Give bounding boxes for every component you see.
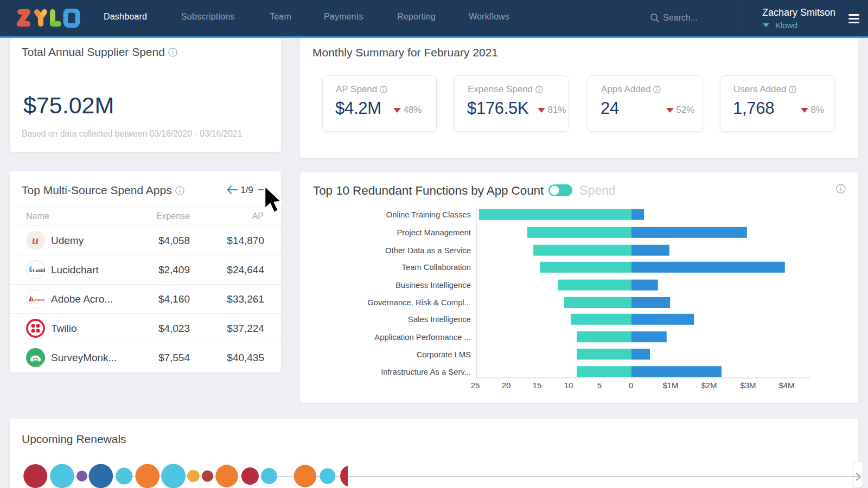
svg-text:Governance, Risk & Compl...: Governance, Risk & Compl... — [367, 298, 471, 307]
svg-text:Infrastructure As a Serv...: Infrastructure As a Serv... — [381, 368, 471, 376]
svg-text:$3M: $3M — [740, 381, 756, 390]
svg-text:Team Collaboration: Team Collaboration — [402, 263, 471, 272]
svg-text:Project Management: Project Management — [397, 228, 471, 237]
svg-text:u: u — [32, 233, 39, 247]
svg-text:Lucid: Lucid — [33, 268, 46, 273]
svg-text:Online Training Classes: Online Training Classes — [386, 210, 471, 219]
svg-text:10: 10 — [564, 381, 573, 390]
svg-text:25: 25 — [471, 381, 480, 390]
svg-text:Other Data as a Service: Other Data as a Service — [385, 246, 471, 255]
svg-text:$1M: $1M — [662, 381, 678, 390]
svg-text:$2M: $2M — [701, 381, 717, 390]
svg-text:Business Intelligence: Business Intelligence — [395, 281, 471, 290]
svg-text:0: 0 — [629, 381, 633, 390]
svg-text:Sales Intelligence: Sales Intelligence — [408, 315, 471, 324]
svg-text:15: 15 — [533, 381, 542, 390]
svg-text:1/9: 1/9 — [240, 185, 253, 195]
svg-text:Spend: Spend — [579, 183, 616, 197]
svg-text:Top 10 Redundant Functions by: Top 10 Redundant Functions by App Count — [313, 184, 544, 197]
svg-text:20: 20 — [502, 381, 511, 390]
svg-text:$4M: $4M — [778, 381, 794, 390]
svg-text:Adobe: Adobe — [34, 298, 45, 301]
svg-text:Application Performance ...: Application Performance ... — [374, 333, 471, 342]
svg-text:Corporate LMS: Corporate LMS — [417, 350, 471, 359]
svg-text:5: 5 — [597, 381, 602, 390]
